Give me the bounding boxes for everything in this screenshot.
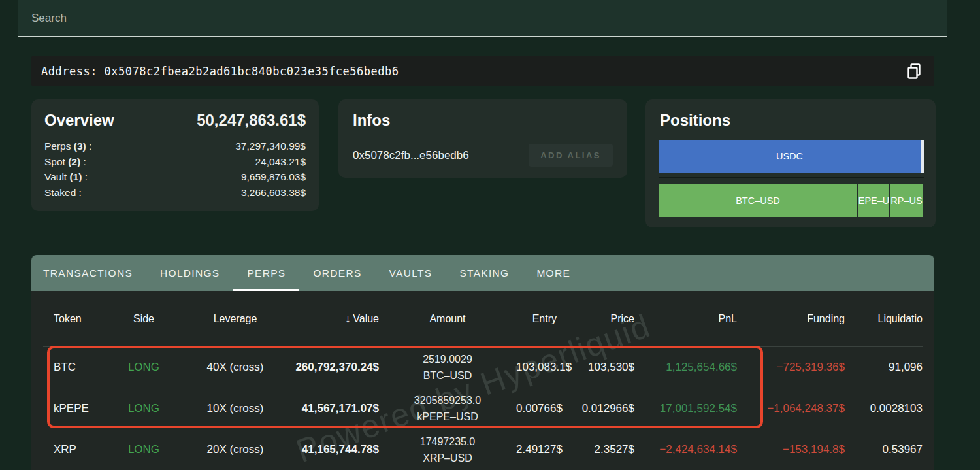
- pnl-cell: 17,001,592.54$: [634, 402, 737, 415]
- overview-row-staked: Staked : 3,266,603.38$: [44, 185, 306, 201]
- tab-orders[interactable]: ORDERS: [299, 255, 375, 291]
- overview-row-spot: Spot (2) : 24,043.21$: [44, 154, 306, 170]
- value-cell: 41,165,744.78$: [291, 443, 379, 456]
- overview-count: (3): [74, 141, 86, 152]
- copy-address-button[interactable]: [904, 61, 924, 81]
- side-cell: LONG: [108, 402, 180, 415]
- tab-perps[interactable]: PERPS: [233, 255, 299, 291]
- overview-value: 37,297,340.99$: [235, 139, 306, 154]
- liquidation-cell: 91,096: [845, 361, 923, 374]
- overview-label: Perps: [44, 141, 71, 152]
- overview-count: (2): [68, 156, 80, 167]
- overview-value: 9,659,876.03$: [241, 169, 306, 185]
- amount-quantity: 17497235.0: [379, 433, 516, 450]
- col-header-funding[interactable]: Funding: [737, 313, 845, 325]
- overview-label: Staked: [44, 187, 76, 198]
- price-cell: 2.3527$: [557, 443, 634, 456]
- side-cell: LONG: [108, 443, 180, 456]
- amount-quantity: 2519.0029: [379, 351, 516, 367]
- value-cell: 260,792,370.24$: [291, 361, 379, 374]
- liquidation-cell: 0.0028103: [845, 402, 923, 415]
- overview-count: (1): [70, 171, 82, 182]
- overview-value: 3,266,603.38$: [241, 185, 306, 201]
- usdc-bar-label: USDC: [776, 151, 803, 161]
- tab-staking[interactable]: STAKING: [446, 255, 523, 291]
- perps-table: Token Side Leverage ↓Value Amount Entry …: [31, 291, 934, 470]
- leverage-cell: 20X (cross): [180, 443, 291, 456]
- tab-holdings[interactable]: HOLDINGS: [146, 255, 233, 291]
- amount-cell: 17497235.0 XRP–USD: [379, 433, 516, 466]
- entry-cell: 2.49127$: [516, 443, 557, 456]
- amount-pair: XRP–USD: [379, 450, 516, 466]
- col-header-amount[interactable]: Amount: [379, 313, 516, 325]
- leverage-cell: 10X (cross): [180, 402, 291, 415]
- token-cell: XRP: [43, 443, 108, 456]
- infos-title: Infos: [353, 111, 613, 129]
- perps-bar-segment-pepe[interactable]: EPE–U: [858, 184, 889, 217]
- side-cell: LONG: [108, 361, 180, 374]
- col-header-price[interactable]: Price: [557, 313, 634, 325]
- funding-cell: −725,319.36$: [737, 361, 845, 374]
- search-bar: [18, 0, 947, 37]
- tab-transactions[interactable]: TRANSACTIONS: [43, 255, 146, 291]
- amount-cell: 3205859253.0 kPEPE–USD: [379, 392, 516, 425]
- table-row-kpepe[interactable]: kPEPE LONG 10X (cross) 41,567,171.07$ 32…: [43, 388, 923, 429]
- col-header-side[interactable]: Side: [108, 313, 180, 325]
- token-cell: kPEPE: [43, 402, 108, 415]
- table-header-row: Token Side Leverage ↓Value Amount Entry …: [43, 291, 923, 346]
- table-row-btc[interactable]: BTC LONG 40X (cross) 260,792,370.24$ 251…: [43, 346, 923, 388]
- overview-label: Vault: [44, 171, 67, 182]
- col-header-token[interactable]: Token: [43, 313, 108, 325]
- token-cell: BTC: [43, 361, 108, 374]
- table-row-xrp[interactable]: XRP LONG 20X (cross) 41,165,744.78$ 1749…: [43, 429, 923, 470]
- value-cell: 41,567,171.07$: [291, 402, 379, 415]
- address-text: Address: 0x5078c2fbea2b2ad61bc840bc023e3…: [31, 65, 399, 78]
- sort-desc-icon: ↓: [345, 313, 350, 324]
- short-address: 0x5078c2fb...e56bedb6: [353, 149, 469, 162]
- entry-cell: 103,083.1$: [516, 361, 557, 374]
- entry-cell: 0.00766$: [516, 402, 557, 415]
- add-alias-button[interactable]: ADD ALIAS: [529, 144, 613, 167]
- usdc-bar-segment[interactable]: USDC: [659, 140, 921, 173]
- perps-bar: BTC–USD EPE–U RP–US: [659, 184, 924, 217]
- infos-card: Infos 0x5078c2fb...e56bedb6 ADD ALIAS: [338, 99, 627, 178]
- address-bar: Address: 0x5078c2fbea2b2ad61bc840bc023e3…: [31, 56, 934, 86]
- usdc-bar-remainder: [921, 140, 924, 173]
- positions-card: Positions USDC BTC–USD EPE–U RP–US: [645, 99, 936, 227]
- overview-title: Overview: [44, 111, 114, 129]
- col-header-entry[interactable]: Entry: [516, 313, 557, 325]
- price-cell: 0.012966$: [557, 402, 634, 415]
- price-cell: 103,530$: [557, 361, 634, 374]
- col-header-leverage[interactable]: Leverage: [180, 313, 291, 325]
- overview-card: Overview 50,247,863.61$ Perps (3) : 37,2…: [31, 99, 319, 211]
- positions-title: Positions: [660, 111, 730, 129]
- amount-cell: 2519.0029 BTC–USD: [379, 351, 516, 384]
- usdc-bar: USDC: [659, 140, 924, 173]
- amount-pair: BTC–USD: [379, 367, 516, 384]
- overview-row-perps: Perps (3) : 37,297,340.99$: [44, 139, 306, 154]
- tab-bar: TRANSACTIONS HOLDINGS PERPS ORDERS VAULT…: [31, 255, 934, 291]
- amount-quantity: 3205859253.0: [379, 392, 516, 409]
- search-input[interactable]: [18, 0, 947, 36]
- funding-cell: −1,064,248.37$: [737, 402, 845, 415]
- liquidation-cell: 0.53967: [845, 443, 923, 456]
- tab-more[interactable]: MORE: [523, 255, 584, 291]
- amount-pair: kPEPE–USD: [379, 409, 516, 425]
- overview-label: Spot: [44, 156, 65, 167]
- overview-value: 24,043.21$: [255, 154, 306, 170]
- perps-bar-segment-xrp[interactable]: RP–US: [890, 184, 923, 217]
- tab-vaults[interactable]: VAULTS: [376, 255, 446, 291]
- pnl-cell: 1,125,654.66$: [634, 361, 737, 374]
- perps-bar-segment-btc[interactable]: BTC–USD: [659, 184, 857, 217]
- overview-total-value: 50,247,863.61$: [197, 111, 306, 129]
- col-header-value[interactable]: ↓Value: [291, 313, 379, 325]
- col-header-liquidation[interactable]: Liquidatio: [845, 313, 923, 325]
- pnl-cell: −2,424,634.14$: [634, 443, 737, 456]
- copy-icon: [906, 63, 922, 80]
- overview-row-vault: Vault (1) : 9,659,876.03$: [44, 169, 306, 185]
- col-header-pnl[interactable]: PnL: [634, 313, 737, 325]
- funding-cell: −153,194.8$: [737, 443, 845, 456]
- leverage-cell: 40X (cross): [180, 361, 291, 374]
- positions-divider: [659, 177, 924, 178]
